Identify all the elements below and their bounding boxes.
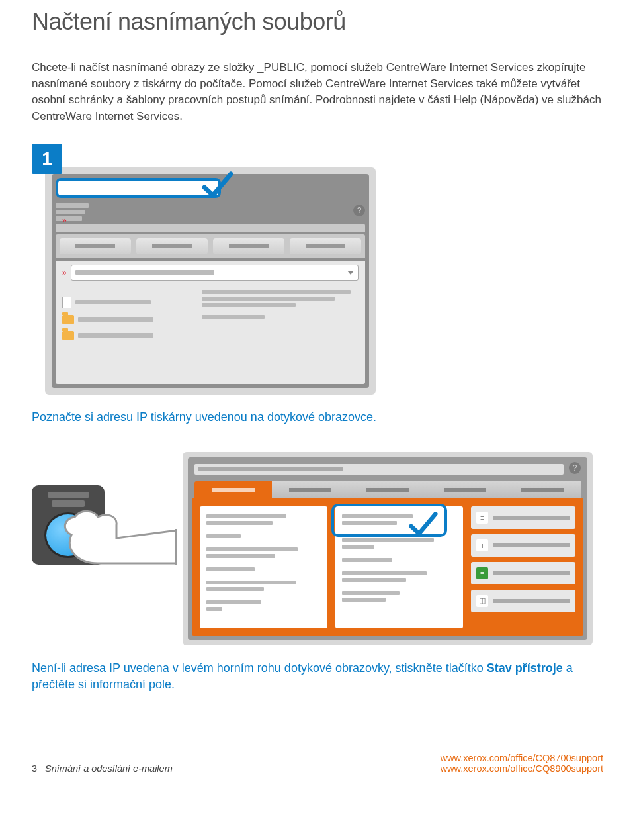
help-icon[interactable]: ? [353, 205, 365, 216]
browser-center-pane [335, 506, 463, 628]
hand-icon [58, 498, 177, 571]
info-item[interactable]: ◫ [471, 590, 575, 612]
page-title: Načtení nasnímaných souborů [32, 8, 603, 36]
checkmark-icon [201, 169, 234, 202]
tab[interactable] [213, 238, 284, 254]
info-item[interactable]: ≡ [471, 562, 575, 584]
browser-tabs [192, 481, 583, 498]
dropdown[interactable]: » [62, 265, 359, 281]
figure-printer-screen: ? » » [32, 167, 603, 395]
support-link-1[interactable]: www.xerox.com/office/CQ8700support [441, 753, 603, 763]
list-item[interactable] [62, 297, 189, 308]
touchscreen-body [56, 285, 365, 384]
address-bar[interactable]: ? [192, 461, 583, 477]
keypad-hand [32, 452, 171, 565]
step-number-1: 1 [32, 144, 62, 174]
check-icon: ≡ [476, 567, 488, 579]
list-item[interactable] [62, 315, 189, 324]
machine-status-label: Stav přístroje [487, 661, 563, 675]
tab[interactable] [503, 481, 581, 498]
doc-icon: ≡ [476, 512, 488, 524]
support-link-2[interactable]: www.xerox.com/office/CQ8900support [441, 763, 603, 774]
doc-title-footer: Snímání a odesílání e-mailem [45, 763, 173, 774]
step2-caption: Není-li adresa IP uvedena v levém horním… [32, 660, 603, 693]
tab[interactable] [136, 238, 208, 254]
intro-paragraph: Chcete-li načíst nasnímané obrazy ze slo… [32, 60, 603, 125]
tab-row-2 [56, 234, 365, 258]
arrow-icon: » [62, 268, 67, 277]
chart-icon: ◫ [476, 595, 488, 607]
tab[interactable] [426, 481, 503, 498]
checkmark-icon [408, 509, 439, 539]
info-icon: i [476, 539, 488, 551]
tab-active[interactable] [194, 481, 272, 498]
touchscreen: ? » » [45, 167, 376, 395]
step1-caption: Poznačte si adresu IP tiskárny uvedenou … [32, 409, 603, 426]
figure-browser: ? [32, 452, 603, 645]
tab[interactable] [290, 238, 361, 254]
info-item[interactable]: ≡ [471, 506, 575, 529]
page-footer: 3 Snímání a odesílání e-mailem www.xerox… [32, 753, 603, 774]
tab-row: » [56, 224, 365, 232]
browser-left-pane [200, 506, 327, 628]
browser-right-pane: ≡ i ≡ ◫ [471, 506, 575, 628]
tab[interactable] [272, 481, 349, 498]
ip-address-field-highlight [56, 178, 221, 198]
tab[interactable] [60, 238, 131, 254]
arrow-icon: » [62, 216, 67, 225]
tab[interactable] [349, 481, 427, 498]
browser-window: ? [183, 452, 593, 645]
list-item[interactable] [62, 331, 189, 340]
help-icon[interactable]: ? [569, 462, 581, 474]
info-item[interactable]: i [471, 534, 575, 557]
page-number: 3 [32, 763, 37, 774]
